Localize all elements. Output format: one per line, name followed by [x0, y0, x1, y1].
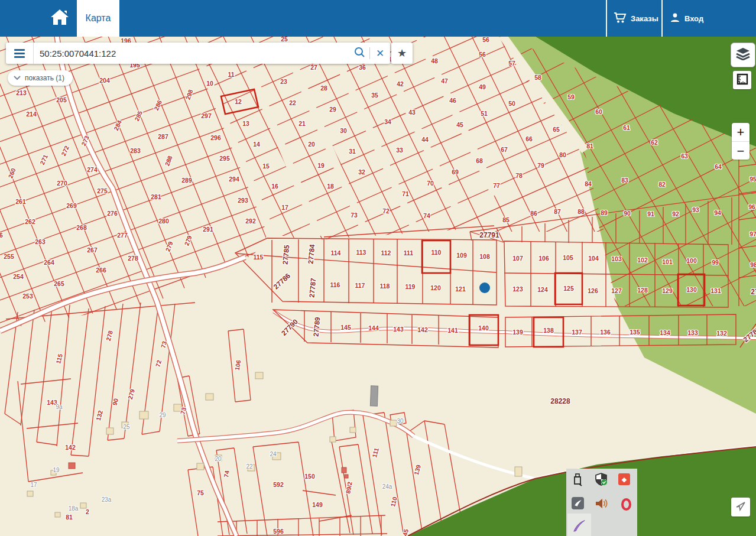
measure-button[interactable] [733, 71, 751, 89]
search-input[interactable] [34, 48, 349, 59]
plus-icon: + [737, 125, 745, 140]
red-app-icon[interactable]: ◆ [618, 473, 630, 485]
feather-icon[interactable] [572, 519, 586, 533]
system-tray-popup: ◆ [566, 469, 637, 536]
menu-button[interactable] [6, 43, 34, 64]
selected-parcel-marker[interactable] [479, 282, 490, 293]
orders-label: Заказы [631, 14, 658, 23]
header-divider [661, 0, 663, 37]
tray-arrow-icon[interactable] [572, 497, 584, 509]
gray-building [370, 386, 378, 406]
clear-search-button[interactable]: ✕ [370, 43, 390, 64]
usb-icon[interactable] [571, 473, 585, 487]
minus-icon: − [737, 144, 745, 159]
orders-button[interactable]: Заказы [614, 0, 658, 37]
star-icon: ★ [397, 47, 407, 60]
cart-icon [614, 12, 627, 25]
close-icon: ✕ [376, 47, 384, 60]
show-results-button[interactable]: показать (1) [8, 70, 73, 86]
user-icon [670, 12, 680, 25]
search-bar: ✕ [6, 43, 390, 64]
header-divider [606, 0, 607, 37]
tab-map[interactable]: Карта [77, 0, 119, 37]
favorites-button[interactable]: ★ [391, 43, 413, 64]
show-results-label: показать (1) [25, 74, 64, 82]
ruler-icon [736, 73, 748, 87]
locate-button[interactable] [731, 498, 750, 516]
zoom-in-button[interactable]: + [732, 123, 749, 142]
top-navigation-bar: Карта Заказы Вход [0, 0, 756, 37]
login-button[interactable]: Вход [670, 0, 703, 37]
zoom-control: + − [732, 123, 749, 160]
location-arrow-icon [735, 500, 747, 514]
map-canvas[interactable] [0, 0, 756, 536]
layers-button[interactable] [731, 43, 755, 67]
login-label: Вход [684, 14, 703, 23]
search-button[interactable] [349, 43, 369, 64]
chevron-down-icon [14, 74, 21, 82]
search-icon [353, 46, 365, 60]
home-button[interactable] [43, 0, 77, 37]
defender-shield-icon[interactable] [595, 472, 609, 486]
opera-icon[interactable] [619, 497, 633, 511]
layers-icon [736, 47, 750, 63]
zoom-out-button[interactable]: − [732, 142, 749, 160]
home-icon [50, 8, 70, 28]
cadastral-map-app: { "header": { "tab_karta": "Карта", "ord… [0, 0, 756, 536]
tab-map-label: Карта [86, 13, 111, 24]
volume-icon[interactable] [595, 496, 609, 511]
